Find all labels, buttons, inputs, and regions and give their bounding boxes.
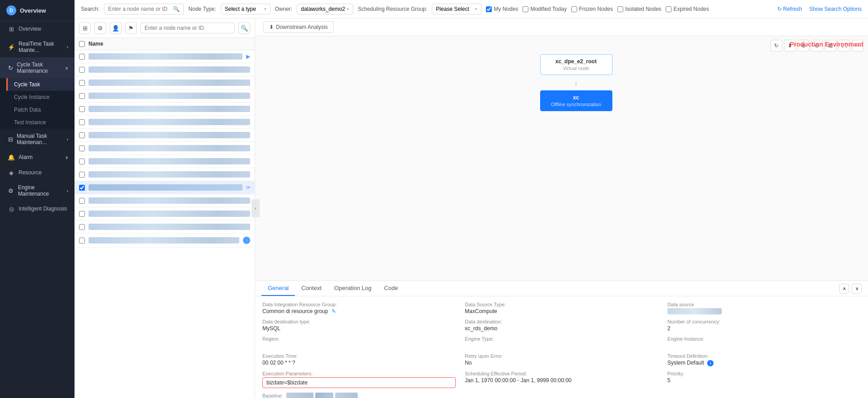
task-row-badge: ! (243, 237, 250, 244)
owner-value: dataworks_demo2 (301, 6, 345, 12)
sidebar-item-diagnosis[interactable]: ◎ Intelligent Diagnosis (0, 201, 75, 216)
table-row[interactable] (75, 168, 255, 181)
frozen-nodes-checkbox[interactable]: Frozen Nodes (571, 6, 613, 12)
expired-nodes-checkbox[interactable]: Expired Nodes (666, 6, 709, 12)
table-row[interactable] (75, 63, 255, 76)
production-environment-badge: Production Environment (790, 41, 863, 48)
table-row[interactable]: ! (75, 234, 255, 248)
tab-general[interactable]: General (261, 281, 295, 296)
tab-operation-log[interactable]: Operation Log (328, 281, 378, 296)
node-root-subtitle: Virtual node (548, 66, 605, 71)
panel-collapse-button[interactable]: ‹ (252, 199, 260, 217)
sidebar-item-test-instance[interactable]: Test Instance (6, 116, 75, 129)
cycle-icon: ↻ (8, 64, 13, 71)
edit-icon[interactable]: ✎ (331, 308, 336, 314)
retry-error-value: No (465, 360, 658, 366)
table-row[interactable] (75, 155, 255, 168)
settings-button[interactable]: ⚙ (94, 22, 106, 34)
cycle-instance-label: Cycle Instance (14, 94, 50, 100)
graph-canvas: ↻ ⬇ ⊕ ⊖ ⊠ ⛶ ⋯ Production Environment (255, 36, 868, 281)
task-list-panel: ⊞ ⚙ 👤 ⚑ 🔍 (75, 19, 255, 398)
sidebar-item-resource[interactable]: ◈ Resource (0, 165, 75, 180)
sidebar-item-cycle-task-sub[interactable]: Cycle Task (6, 78, 75, 91)
sidebar-item-resource-label: Resource (19, 169, 42, 176)
isolated-nodes-checkbox[interactable]: Isolated Nodes (617, 6, 661, 12)
table-row[interactable]: ▶ (75, 50, 255, 63)
tab-context[interactable]: Context (295, 281, 328, 296)
my-nodes-checkbox[interactable]: My Nodes (486, 6, 518, 12)
node-type-value: Select a type (225, 6, 256, 12)
details-expand-button[interactable]: ∨ (852, 284, 862, 294)
table-row[interactable] (75, 194, 255, 207)
details-collapse-button[interactable]: ∧ (839, 284, 849, 294)
sidebar-item-overview[interactable]: ⊞ Overview (0, 21, 75, 37)
downstream-label: Downstream Analysis (276, 24, 328, 30)
sidebar-item-patch-data[interactable]: Patch Data (6, 103, 75, 116)
sidebar-item-manual-label: Manual Task Maintenan... (17, 133, 63, 145)
owner-select[interactable]: dataworks_demo2 ▾ (297, 4, 353, 14)
task-search-button[interactable]: 🔍 (238, 22, 250, 34)
graph-node-root[interactable]: xc_dpe_e2_root Virtual node (540, 54, 612, 75)
details-row-3: Region: Engine Type: Engine Instance: (262, 336, 861, 349)
priority-label: Priority: (667, 371, 861, 376)
table-row[interactable] (75, 89, 255, 103)
user-button[interactable]: 👤 (110, 22, 121, 34)
table-row[interactable] (75, 220, 255, 234)
gear-icon: ⚙ (98, 25, 103, 32)
expired-nodes-label: Expired Nodes (673, 6, 709, 12)
task-search-input[interactable] (140, 23, 235, 33)
owner-label: Owner: (275, 6, 293, 12)
details-panel: General Context Operation Log Code ∧ ∨ (255, 281, 868, 398)
sidebar-item-realtime-label: RealTime Task Mainte... (19, 41, 63, 53)
sidebar-item-engine[interactable]: ⚙ Engine Maintenance › (0, 180, 75, 201)
sidebar-item-alarm[interactable]: 🔔 Alarm ∨ (0, 150, 75, 165)
task-row-name (89, 158, 250, 164)
graph-node-xc[interactable]: xc Offline synchronization (540, 90, 612, 111)
overview-icon: ⊞ (8, 25, 15, 33)
tab-code[interactable]: Code (378, 281, 404, 296)
flag-button[interactable]: ⚑ (125, 22, 137, 34)
node-xc-subtitle: Offline synchronization (548, 102, 605, 107)
region-label: Region: (262, 336, 456, 342)
data-source-type-value: MaxCompute (465, 308, 658, 314)
show-search-options-button[interactable]: Show Search Options (809, 6, 862, 12)
refresh-graph-button[interactable]: ↻ (770, 40, 782, 52)
table-row[interactable] (75, 129, 255, 142)
isolated-nodes-label: Isolated Nodes (625, 6, 661, 12)
node-type-label: Node Type: (188, 6, 216, 12)
engine-instance-label: Engine Instance: (667, 336, 861, 342)
refresh-button[interactable]: ↻ Refresh (777, 6, 802, 12)
table-row[interactable] (75, 142, 255, 155)
sidebar-item-realtime[interactable]: ⚡ RealTime Task Mainte... › (0, 37, 75, 57)
scheduling-group-select[interactable]: Please Select ▾ (432, 4, 481, 14)
sidebar-item-manual-task[interactable]: ⊟ Manual Task Maintenan... › (0, 129, 75, 150)
baseline-pill-3 (335, 393, 358, 398)
table-row[interactable]: ⟳ (75, 181, 255, 194)
alarm-chevron-icon: ∨ (65, 155, 68, 160)
task-row-name (89, 184, 243, 191)
sidebar-item-cycle-instance[interactable]: Cycle Instance (6, 91, 75, 103)
sidebar-item-overview-label: Overview (19, 26, 41, 32)
downstream-icon: ⬇ (269, 24, 274, 30)
node-type-select[interactable]: Select a type ▾ (221, 4, 271, 14)
sidebar-item-cycle-label: Cycle Task Maintenance (17, 61, 61, 74)
sidebar-item-cycle-task[interactable]: ↻ Cycle Task Maintenance ∨ (0, 57, 75, 78)
table-row[interactable] (75, 76, 255, 89)
search-input-wrapper[interactable]: 🔍 (104, 4, 184, 14)
search-input[interactable] (108, 6, 171, 12)
select-all-checkbox[interactable] (79, 41, 85, 47)
baseline-pill-2 (315, 393, 333, 398)
modified-today-checkbox[interactable]: Modified Today (523, 6, 567, 12)
task-row-name (89, 211, 250, 217)
patch-data-label: Patch Data (14, 107, 41, 113)
name-column-header: Name (89, 41, 103, 47)
priority-value: 5 (667, 377, 861, 384)
downstream-analysis-button[interactable]: ⬇ Downstream Analysis (263, 21, 334, 33)
grid-view-button[interactable]: ⊞ (79, 22, 91, 34)
table-row[interactable] (75, 116, 255, 129)
scheduling-period-value: Jan 1, 1970 00:00:00 - Jan 1, 9999 00:00… (465, 377, 658, 384)
grid-icon: ⊞ (83, 25, 88, 32)
detail-concurrency: Number of concurrency: 2 (667, 319, 861, 332)
table-row[interactable] (75, 103, 255, 116)
table-row[interactable] (75, 207, 255, 220)
